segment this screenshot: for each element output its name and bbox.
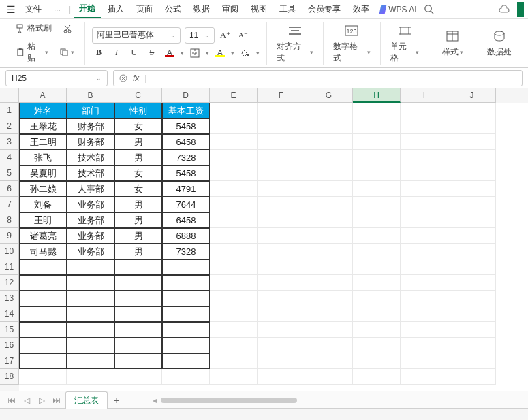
row-header-18[interactable]: 18	[0, 369, 19, 385]
cell-F3[interactable]	[258, 134, 305, 150]
cell-A2[interactable]: 王翠花	[19, 118, 67, 134]
cell-B14[interactable]	[67, 306, 114, 322]
cell-A9[interactable]: 诸葛亮	[19, 228, 67, 244]
cell-B13[interactable]	[67, 291, 114, 306]
cell-C17[interactable]	[114, 353, 162, 369]
cell-C9[interactable]: 男	[114, 228, 162, 244]
cell-B7[interactable]: 业务部	[67, 197, 114, 212]
cell-I5[interactable]	[401, 165, 448, 181]
cell-B11[interactable]	[67, 259, 114, 275]
row-header-7[interactable]: 7	[0, 197, 19, 212]
cell-F1[interactable]	[258, 103, 305, 118]
cell-G15[interactable]	[305, 322, 353, 338]
fill-color-button[interactable]	[238, 46, 252, 60]
border-dropdown[interactable]: ▾	[206, 50, 209, 56]
row-header-17[interactable]: 17	[0, 353, 19, 369]
col-header-C[interactable]: C	[114, 88, 162, 103]
cell-H5[interactable]	[353, 165, 401, 181]
cell-G14[interactable]	[305, 306, 353, 322]
cell-format-button[interactable]: 单元格▾	[388, 23, 422, 64]
cell-E18[interactable]	[210, 369, 258, 385]
cell-E17[interactable]	[210, 353, 258, 369]
cell-G6[interactable]	[305, 181, 353, 197]
cell-G11[interactable]	[305, 259, 353, 275]
cell-A5[interactable]: 吴夏明	[19, 165, 67, 181]
cell-D12[interactable]	[162, 275, 210, 291]
cell-C6[interactable]: 女	[114, 181, 162, 197]
cell-H6[interactable]	[353, 181, 401, 197]
row-header-5[interactable]: 5	[0, 165, 19, 181]
cell-J4[interactable]	[448, 150, 496, 165]
cell-H14[interactable]	[353, 306, 401, 322]
cell-F5[interactable]	[258, 165, 305, 181]
cell-C5[interactable]: 女	[114, 165, 162, 181]
cell-I8[interactable]	[401, 212, 448, 228]
cell-J17[interactable]	[448, 353, 496, 369]
cell-J6[interactable]	[448, 181, 496, 197]
cell-F15[interactable]	[258, 322, 305, 338]
cloud-sync-icon[interactable]	[498, 3, 512, 16]
cell-H9[interactable]	[353, 228, 401, 244]
cell-C15[interactable]	[114, 322, 162, 338]
border-button[interactable]	[188, 46, 202, 60]
cell-G2[interactable]	[305, 118, 353, 134]
col-header-F[interactable]: F	[258, 88, 305, 103]
menu-data[interactable]: 数据	[188, 1, 215, 18]
cell-H4[interactable]	[353, 150, 401, 165]
cell-J5[interactable]	[448, 165, 496, 181]
cell-G12[interactable]	[305, 275, 353, 291]
cell-D6[interactable]: 4791	[162, 181, 210, 197]
cell-I18[interactable]	[401, 369, 448, 385]
cell-I17[interactable]	[401, 353, 448, 369]
cell-C14[interactable]	[114, 306, 162, 322]
cell-J11[interactable]	[448, 259, 496, 275]
sheet-nav-first[interactable]: ⏮	[5, 394, 18, 406]
cell-D10[interactable]: 7328	[162, 244, 210, 259]
menu-review[interactable]: 审阅	[217, 1, 244, 18]
copy-button[interactable]: ▾	[56, 46, 78, 59]
cell-B10[interactable]: 业务部	[67, 244, 114, 259]
menu-view[interactable]: 视图	[245, 1, 273, 18]
horizontal-scrollbar[interactable]: ◂	[153, 395, 523, 405]
cell-A7[interactable]: 刘备	[19, 197, 67, 212]
cell-C3[interactable]: 男	[114, 134, 162, 150]
cell-B18[interactable]	[67, 369, 114, 385]
fill-dropdown[interactable]: ▾	[256, 50, 260, 56]
cell-G17[interactable]	[305, 353, 353, 369]
cell-H13[interactable]	[353, 291, 401, 306]
cell-D11[interactable]	[162, 259, 210, 275]
cell-E14[interactable]	[210, 306, 258, 322]
cell-F18[interactable]	[258, 369, 305, 385]
underline-button[interactable]: U	[127, 46, 141, 60]
cell-G13[interactable]	[305, 291, 353, 306]
cell-E2[interactable]	[210, 118, 258, 134]
col-header-B[interactable]: B	[67, 88, 114, 103]
cell-E6[interactable]	[210, 181, 258, 197]
cell-D13[interactable]	[162, 291, 210, 306]
cell-D17[interactable]	[162, 353, 210, 369]
cell-B17[interactable]	[67, 353, 114, 369]
cell-H16[interactable]	[353, 338, 401, 353]
cell-I7[interactable]	[401, 197, 448, 212]
cell-B2[interactable]: 财务部	[67, 118, 114, 134]
cut-button[interactable]	[59, 22, 76, 35]
cell-F4[interactable]	[258, 150, 305, 165]
sheet-nav-last[interactable]: ⏭	[50, 394, 63, 406]
cell-B16[interactable]	[67, 338, 114, 353]
cell-J9[interactable]	[448, 228, 496, 244]
cell-D1[interactable]: 基本工资	[162, 103, 210, 118]
row-header-16[interactable]: 16	[0, 338, 19, 353]
column-headers[interactable]: ABCDEFGHIJ	[19, 88, 528, 103]
cell-A14[interactable]	[19, 306, 67, 322]
cell-E12[interactable]	[210, 275, 258, 291]
cell-H10[interactable]	[353, 244, 401, 259]
cell-A4[interactable]: 张飞	[19, 150, 67, 165]
cell-C7[interactable]: 男	[114, 197, 162, 212]
row-header-1[interactable]: 1	[0, 103, 19, 118]
cell-A6[interactable]: 孙二娘	[19, 181, 67, 197]
menu-insert[interactable]: 插入	[102, 1, 129, 18]
cell-I6[interactable]	[401, 181, 448, 197]
cell-E16[interactable]	[210, 338, 258, 353]
row-header-11[interactable]: 11	[0, 259, 19, 275]
cell-I16[interactable]	[401, 338, 448, 353]
